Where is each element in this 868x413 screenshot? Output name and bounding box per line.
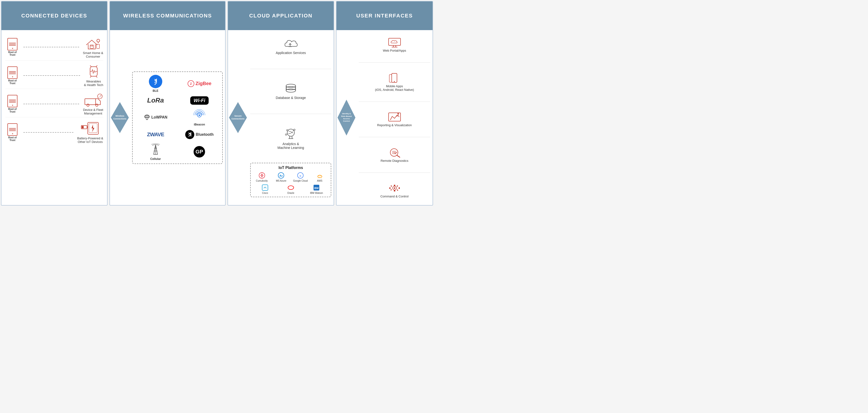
mobile-apps-icon	[388, 73, 402, 84]
ble-icon	[149, 75, 162, 88]
svg-point-74	[394, 81, 395, 82]
wireless-connections-label: WirelessConnections	[111, 112, 129, 123]
ui-column: USER INTERFACES Identity &Role-BasedAcce…	[336, 1, 433, 205]
aws-label: AWS	[317, 180, 322, 182]
wireless-header: WIRELESS COMMUNICATIONS	[110, 1, 225, 30]
dash-connector-4	[24, 132, 73, 133]
database-label: Database & Storage	[276, 96, 306, 100]
battery-icon-group: Battery-Powered &Other IoT Devices	[77, 121, 103, 144]
protocol-lora: LoRa	[135, 97, 176, 104]
rot-icon	[7, 38, 18, 51]
ibm-label: IBM Watson	[310, 192, 323, 194]
dash-connector-3	[24, 104, 79, 104]
svg-point-83	[394, 187, 395, 189]
svg-text:Az: Az	[280, 174, 283, 177]
protocol-lowpan: LoWPAN	[135, 114, 176, 121]
svg-marker-12	[96, 99, 100, 105]
cloud-header: CLOUD APPLICATION	[228, 1, 334, 30]
analytics-label: Analytics &Machine Learning	[277, 142, 304, 150]
rot-label-1: Root ofTrust	[8, 51, 17, 56]
svg-rect-23	[82, 126, 84, 128]
ui-diamond-left: Identity &Role-BasedAccessControl	[337, 30, 356, 205]
web-portal-icon	[388, 37, 402, 48]
rot-icon-4	[7, 123, 18, 136]
ui-divider-1	[359, 62, 430, 63]
protocol-gp: GP	[180, 145, 220, 158]
bluetooth-icon: Bluetooth	[185, 130, 214, 139]
device-row-smart-home: Root ofTrust	[5, 34, 103, 61]
command-item: Command & Control	[359, 183, 430, 198]
protocol-ble: BLE	[135, 75, 176, 93]
wearable-label: Wearables& Health Tech	[84, 80, 103, 87]
mobile-apps-item: Mobile Apps(iOS, Android, React Native)	[359, 73, 430, 92]
svg-point-14	[96, 104, 98, 106]
cellular-label: Cellular	[150, 157, 161, 161]
device-row-battery: Root ofTrust Battery-Pow	[5, 119, 103, 146]
svg-line-8	[96, 65, 97, 67]
fleet-label: Device & FleetManagement	[83, 108, 103, 115]
svg-text:GP: GP	[195, 149, 203, 155]
platform-oracle: Oracle	[279, 184, 303, 194]
app-services-icon	[284, 38, 298, 50]
battery-svg	[81, 121, 100, 135]
svg-rect-85	[394, 190, 395, 191]
svg-text:IBM: IBM	[314, 187, 318, 190]
fleet-icon-group: Device & FleetManagement	[83, 93, 103, 115]
cloud-diamond-left: SecureConnections	[228, 30, 248, 205]
wireless-connections-diamond: WirelessConnections	[111, 102, 129, 133]
wireless-diamond-left: WirelessConnections	[110, 30, 130, 205]
reporting-label: Reporting & Visualization	[377, 123, 412, 127]
svg-rect-11	[85, 99, 96, 105]
platform-msazure: Az MS Azure	[273, 172, 290, 182]
ble-label: BLE	[153, 89, 158, 93]
platform-ibm: IBM IBM Watson	[305, 184, 329, 194]
remote-diag-icon	[388, 147, 402, 158]
platform-cisco: Cisco	[253, 184, 277, 194]
smart-home-svg	[84, 36, 102, 50]
svg-point-42	[286, 89, 296, 92]
svg-rect-91	[397, 185, 398, 187]
cloud-services-wrapper: Application Services Database & Storage	[248, 30, 334, 205]
svg-point-0	[97, 39, 100, 42]
zwave-icon: ZWAVE	[147, 131, 164, 138]
app-services-label: Application Services	[276, 51, 306, 55]
svg-text:AWS: AWS	[318, 177, 322, 179]
rot-icon-2	[7, 66, 18, 79]
wireless-body-wrapper: WirelessConnections BLE	[110, 30, 225, 205]
svg-rect-3	[90, 45, 93, 48]
wifi-icon: Wi-Fi	[190, 96, 209, 105]
rot-label-3: Root ofTrust	[8, 108, 17, 113]
identity-label: Identity &Role-BasedAccessControl	[339, 110, 354, 125]
ui-items-wrapper: Web Portal/Apps Mobile Apps(iOS, Androi	[356, 30, 433, 205]
svg-rect-84	[394, 185, 395, 186]
command-label: Command & Control	[380, 195, 409, 198]
web-portal-label: Web Portal/Apps	[383, 49, 406, 52]
platform-aws: AWS AWS	[311, 172, 329, 182]
svg-rect-87	[399, 187, 400, 189]
google-label: Google Cloud	[293, 180, 308, 182]
ui-header: USER INTERFACES	[337, 1, 433, 30]
cloud-column: CLOUD APPLICATION SecureConnections	[227, 1, 334, 205]
ui-body-wrapper: Identity &Role-BasedAccessControl	[337, 30, 433, 205]
app-services: Application Services	[250, 38, 331, 55]
svg-point-30	[198, 115, 200, 116]
svg-line-9	[90, 76, 91, 77]
svg-marker-20	[92, 125, 94, 132]
reporting-icon	[388, 112, 402, 122]
protocol-bluetooth: Bluetooth	[180, 130, 220, 139]
svg-point-48	[294, 129, 295, 130]
cellular-tower-icon	[149, 143, 162, 156]
battery-label: Battery-Powered &Other IoT Devices	[77, 136, 103, 144]
iot-platforms-title: IoT Platforms	[253, 166, 329, 170]
svg-point-50	[285, 134, 287, 135]
mobile-apps-label: Mobile Apps(iOS, Android, React Native)	[375, 84, 414, 92]
svg-rect-86	[389, 187, 391, 189]
analytics-icon	[284, 128, 298, 141]
svg-text:Z: Z	[190, 82, 192, 86]
svg-point-46	[286, 130, 288, 131]
database-icon	[284, 83, 298, 95]
svg-line-16	[100, 95, 101, 96]
protocol-wifi: Wi-Fi	[180, 96, 220, 105]
dash-connector-2	[24, 75, 80, 76]
root-of-trust-fleet: Root ofTrust	[5, 95, 20, 113]
